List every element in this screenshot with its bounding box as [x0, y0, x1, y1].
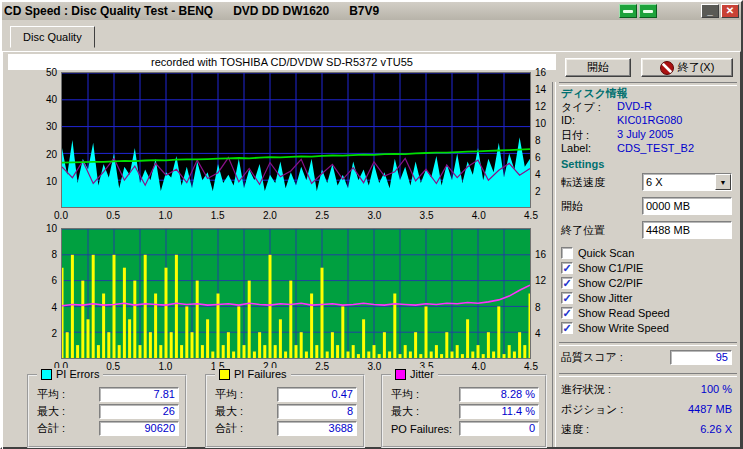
x-tick-label: 3.0 — [367, 210, 381, 221]
end-position-label: 終了位置 — [561, 223, 605, 238]
titlebar-disc-icon-2[interactable] — [639, 4, 657, 18]
speed-value-row: 速度 :6.26 X — [561, 422, 732, 436]
pi-failures-group: PI Failures 平均 :0.47 最大 :8 合計 :3688 — [205, 374, 365, 448]
y-tick-label: 8 — [535, 135, 541, 146]
recorded-with-label: recorded with TOSHIBA CD/DVDW SD-R5372 v… — [8, 54, 556, 70]
app-window: CD Speed : Disc Quality Test - BENQ DVD … — [0, 0, 743, 449]
divider — [559, 342, 737, 346]
pi-failures-group-title: PI Failures — [215, 368, 291, 380]
tab-strip: Disc Quality — [2, 20, 741, 51]
end-position-input[interactable]: 4488 MB — [642, 221, 732, 239]
titlebar[interactable]: CD Speed : Disc Quality Test - BENQ DVD … — [2, 2, 741, 20]
max-label: 最大 : — [215, 404, 243, 419]
checkbox-label: Show Write Speed — [578, 322, 669, 334]
chevron-down-icon[interactable]: ▼ — [715, 174, 731, 190]
y-tick-label: 8 — [535, 301, 541, 312]
exit-button[interactable]: 終了(X) — [641, 58, 733, 77]
minimize-button[interactable]: _ — [701, 4, 719, 18]
total-label: 合計 : — [37, 421, 65, 436]
checkbox-box[interactable]: ✓ — [561, 262, 573, 274]
po-failures-value: 0 — [459, 421, 539, 436]
checkbox-label: Show C1/PIE — [578, 262, 643, 274]
y-tick-label: 14 — [535, 84, 546, 95]
checkbox-box[interactable]: ✓ — [561, 322, 573, 334]
po-failures-label: PO Failures: — [391, 423, 452, 435]
speed-select-value: 6 X — [643, 174, 715, 190]
check-icon: ✓ — [562, 323, 571, 333]
y-tick-label: 20 — [46, 148, 57, 159]
tab-disc-quality[interactable]: Disc Quality — [10, 26, 95, 48]
checkbox-show-read-speed[interactable]: ✓Show Read Speed — [561, 306, 670, 320]
bottom-chart-left-axis: 108642 — [33, 228, 59, 359]
max-label: 最大 : — [391, 404, 419, 419]
pi-errors-chart — [61, 72, 531, 208]
start-position-label: 開始 — [561, 199, 583, 214]
checkbox-label: Show Jitter — [578, 292, 632, 304]
x-tick-label: 0.0 — [54, 210, 68, 221]
checkbox-label: Show Read Speed — [578, 307, 670, 319]
x-tick-label: 0.5 — [106, 210, 120, 221]
pi-errors-avg-value: 7.81 — [99, 387, 179, 402]
pi-errors-group: PI Errors 平均 :7.81 最大 :26 合計 :90620 — [27, 374, 187, 448]
progress-value: 100 % — [701, 383, 732, 395]
exit-button-label: 終了(X) — [678, 60, 715, 75]
y-tick-label: 40 — [46, 94, 57, 105]
y-tick-label: 10 — [46, 175, 57, 186]
quality-score-row: 品質スコア : 95 — [561, 348, 732, 366]
x-tick-label: 1.5 — [211, 210, 225, 221]
x-tick-label: 4.5 — [524, 361, 538, 372]
y-tick-label: 2 — [535, 186, 541, 197]
end-position-row: 終了位置 4488 MB — [561, 221, 732, 239]
y-tick-label: 8 — [51, 249, 57, 260]
y-tick-label: 6 — [51, 275, 57, 286]
y-tick-label: 16 — [535, 67, 546, 78]
start-button[interactable]: 開始 — [565, 58, 631, 77]
disc-id-label: ID: — [561, 114, 575, 126]
disc-id-row: ID:KIC01RG080 — [561, 114, 734, 127]
checkbox-quick-scan[interactable]: Quick Scan — [561, 246, 634, 260]
checkbox-box[interactable]: ✓ — [561, 307, 573, 319]
disc-info-heading: ディスク情報 — [561, 86, 628, 101]
checkbox-box[interactable]: ✓ — [561, 277, 573, 289]
y-tick-label: 4 — [535, 169, 541, 180]
quality-score-label: 品質スコア : — [561, 350, 623, 365]
disc-label-row: Label:CDS_TEST_B2 — [561, 142, 734, 155]
y-tick-label: 2 — [51, 327, 57, 338]
jitter-group-title: Jitter — [391, 368, 438, 380]
pi-failures-total-value: 3688 — [277, 421, 357, 436]
pi-failures-max-value: 8 — [277, 404, 357, 419]
avg-label: 平均 : — [391, 387, 419, 402]
disc-label-value: CDS_TEST_B2 — [617, 142, 694, 154]
disc-id-value: KIC01RG080 — [617, 114, 682, 126]
exit-icon — [660, 61, 674, 75]
x-tick-label: 2.5 — [315, 210, 329, 221]
checkbox-show-c2-pif[interactable]: ✓Show C2/PIF — [561, 276, 643, 290]
y-tick-label: 6 — [535, 152, 541, 163]
checkbox-show-c1-pie[interactable]: ✓Show C1/PIE — [561, 261, 643, 275]
pi-failures-chart — [61, 228, 531, 359]
speed-value: 6.26 X — [700, 423, 732, 435]
start-position-input[interactable]: 0000 MB — [642, 197, 732, 215]
y-tick-label: 16 — [535, 249, 546, 260]
checkbox-box[interactable] — [561, 247, 573, 259]
pi-failures-group-label: PI Failures — [234, 368, 287, 380]
checkbox-show-write-speed[interactable]: ✓Show Write Speed — [561, 321, 669, 335]
chart-canvas — [62, 73, 530, 207]
x-tick-label: 2.5 — [315, 361, 329, 372]
window-title: CD Speed : Disc Quality Test - BENQ DVD … — [4, 4, 617, 18]
sidebar: 開始 終了(X) ディスク情報 タイプ :DVD-R ID:KIC01RG080… — [555, 52, 740, 449]
speed-select[interactable]: 6 X ▼ — [642, 173, 732, 191]
avg-label: 平均 : — [215, 387, 243, 402]
jitter-avg-value: 8.28 % — [459, 387, 539, 402]
checkbox-label: Quick Scan — [578, 247, 634, 259]
position-row: ポジション :4487 MB — [561, 402, 732, 416]
pi-errors-max-value: 26 — [99, 404, 179, 419]
disc-date-label: 日付 : — [561, 128, 589, 143]
disc-date-value: 3 July 2005 — [617, 128, 673, 140]
checkbox-box[interactable]: ✓ — [561, 292, 573, 304]
close-button[interactable]: ✕ — [721, 4, 739, 18]
checkbox-show-jitter[interactable]: ✓Show Jitter — [561, 291, 632, 305]
tab-page: recorded with TOSHIBA CD/DVDW SD-R5372 v… — [2, 51, 741, 449]
titlebar-disc-icon-1[interactable] — [619, 4, 637, 18]
position-value: 4487 MB — [688, 403, 732, 415]
